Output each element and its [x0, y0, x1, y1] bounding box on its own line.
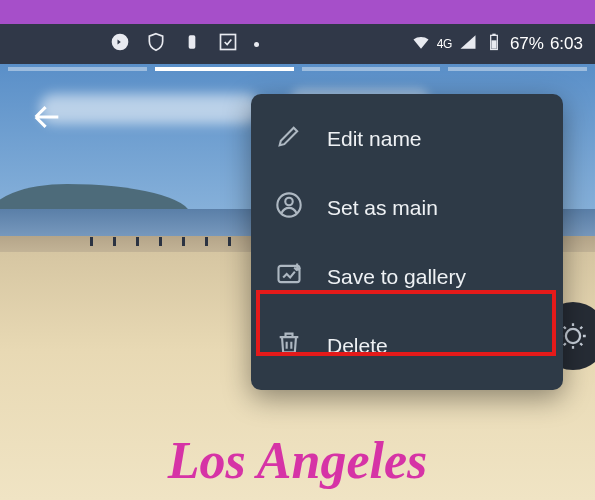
battery-percent: 67% [510, 34, 544, 54]
screen: 4G 67% 6:03 Edit name S [0, 0, 595, 500]
svg-point-8 [285, 198, 292, 205]
signal-icon [458, 32, 478, 57]
sound-icon [110, 32, 130, 57]
toggle-icon [182, 32, 202, 57]
tab-2[interactable] [155, 67, 294, 71]
status-right: 4G 67% 6:03 [411, 32, 583, 57]
clock: 6:03 [550, 34, 583, 54]
person-icon [275, 191, 303, 224]
photo-tabs[interactable] [0, 64, 595, 74]
tab-4[interactable] [448, 67, 587, 71]
shield-icon [146, 32, 166, 57]
network-label: 4G [437, 37, 452, 51]
trash-icon [275, 329, 303, 362]
photo-caption: Los Angeles [0, 431, 595, 490]
pencil-icon [275, 122, 303, 155]
menu-label: Save to gallery [327, 265, 466, 289]
svg-point-6 [566, 329, 580, 343]
save-image-icon [275, 260, 303, 293]
svg-rect-4 [491, 40, 496, 48]
menu-label: Delete [327, 334, 388, 358]
context-menu: Edit name Set as main Save to gallery De… [251, 94, 563, 390]
status-bar: 4G 67% 6:03 [0, 24, 595, 64]
status-left [110, 32, 259, 57]
wifi-icon [411, 32, 431, 57]
svg-rect-5 [492, 33, 495, 35]
screenshot-icon [218, 32, 238, 57]
tab-1[interactable] [8, 67, 147, 71]
menu-set-as-main[interactable]: Set as main [251, 173, 563, 242]
svg-rect-1 [189, 35, 196, 48]
battery-icon [484, 32, 504, 57]
tab-3[interactable] [302, 67, 441, 71]
menu-save-to-gallery[interactable]: Save to gallery [251, 242, 563, 311]
menu-delete[interactable]: Delete [251, 311, 563, 380]
menu-edit-name[interactable]: Edit name [251, 104, 563, 173]
top-accent-bar [0, 0, 595, 24]
more-indicator-icon [254, 42, 259, 47]
menu-label: Set as main [327, 196, 438, 220]
back-button[interactable] [30, 100, 64, 138]
svg-rect-2 [221, 34, 236, 49]
menu-label: Edit name [327, 127, 422, 151]
